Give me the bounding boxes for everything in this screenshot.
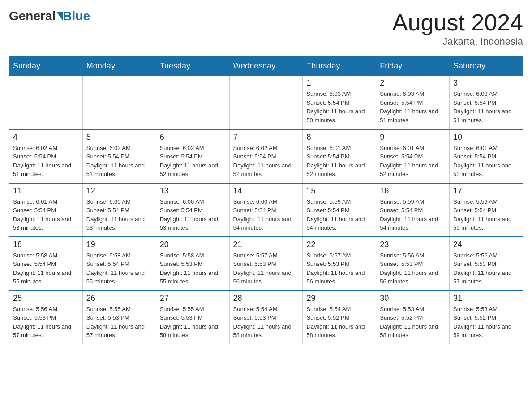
logo-general-text: General <box>9 9 56 23</box>
month-title: August 2024 <box>392 9 523 36</box>
day-number: 19 <box>86 240 152 249</box>
calendar-cell: 27Sunrise: 5:55 AMSunset: 5:53 PMDayligh… <box>156 291 229 344</box>
day-number: 26 <box>86 294 152 303</box>
calendar-cell: 13Sunrise: 6:00 AMSunset: 5:54 PMDayligh… <box>156 183 229 237</box>
day-info: Sunrise: 6:03 AMSunset: 5:54 PMDaylight:… <box>380 90 446 124</box>
day-info: Sunrise: 5:56 AMSunset: 5:53 PMDaylight:… <box>13 305 79 340</box>
calendar-cell: 5Sunrise: 6:02 AMSunset: 5:54 PMDaylight… <box>82 129 156 183</box>
day-number: 29 <box>306 294 372 303</box>
calendar-cell: 28Sunrise: 5:54 AMSunset: 5:53 PMDayligh… <box>229 291 303 344</box>
calendar-cell: 7Sunrise: 6:02 AMSunset: 5:54 PMDaylight… <box>229 129 303 183</box>
calendar-cell: 14Sunrise: 6:00 AMSunset: 5:54 PMDayligh… <box>229 183 303 237</box>
calendar-cell: 2Sunrise: 6:03 AMSunset: 5:54 PMDaylight… <box>376 76 450 129</box>
day-number: 18 <box>13 240 79 249</box>
calendar-cell: 19Sunrise: 5:58 AMSunset: 5:54 PMDayligh… <box>82 237 156 291</box>
calendar-cell: 26Sunrise: 5:55 AMSunset: 5:53 PMDayligh… <box>82 291 156 344</box>
day-info: Sunrise: 6:01 AMSunset: 5:54 PMDaylight:… <box>453 144 519 179</box>
calendar-cell: 11Sunrise: 6:01 AMSunset: 5:54 PMDayligh… <box>9 183 83 237</box>
day-info: Sunrise: 6:01 AMSunset: 5:54 PMDaylight:… <box>306 144 372 179</box>
weekday-header-row: SundayMondayTuesdayWednesdayThursdayFrid… <box>9 57 523 76</box>
calendar-cell <box>82 76 156 129</box>
day-number: 7 <box>233 133 299 142</box>
day-number: 30 <box>380 294 446 303</box>
day-number: 6 <box>160 133 226 142</box>
weekday-header-thursday: Thursday <box>303 57 376 76</box>
day-info: Sunrise: 5:59 AMSunset: 5:54 PMDaylight:… <box>380 197 446 232</box>
day-number: 17 <box>453 186 519 196</box>
calendar-cell <box>229 76 303 129</box>
day-info: Sunrise: 5:56 AMSunset: 5:53 PMDaylight:… <box>380 251 446 286</box>
day-info: Sunrise: 6:00 AMSunset: 5:54 PMDaylight:… <box>233 197 299 232</box>
day-number: 20 <box>160 240 226 249</box>
day-number: 10 <box>453 133 519 142</box>
calendar-cell: 24Sunrise: 5:56 AMSunset: 5:53 PMDayligh… <box>450 237 523 291</box>
location: Jakarta, Indonesia <box>392 36 523 47</box>
day-number: 5 <box>86 133 152 142</box>
calendar-cell: 31Sunrise: 5:53 AMSunset: 5:52 PMDayligh… <box>450 291 523 344</box>
day-number: 24 <box>453 240 519 249</box>
day-info: Sunrise: 5:58 AMSunset: 5:53 PMDaylight:… <box>160 251 226 286</box>
day-number: 27 <box>160 294 226 303</box>
calendar-cell: 1Sunrise: 6:03 AMSunset: 5:54 PMDaylight… <box>303 76 376 129</box>
day-number: 28 <box>233 294 299 303</box>
calendar-week-row: 4Sunrise: 6:02 AMSunset: 5:54 PMDaylight… <box>9 129 523 183</box>
calendar-cell: 23Sunrise: 5:56 AMSunset: 5:53 PMDayligh… <box>376 237 450 291</box>
day-info: Sunrise: 6:00 AMSunset: 5:54 PMDaylight:… <box>160 197 226 232</box>
calendar-cell: 12Sunrise: 6:00 AMSunset: 5:54 PMDayligh… <box>82 183 156 237</box>
weekday-header-sunday: Sunday <box>9 57 83 76</box>
day-info: Sunrise: 6:01 AMSunset: 5:54 PMDaylight:… <box>13 197 79 232</box>
calendar-cell <box>156 76 229 129</box>
day-info: Sunrise: 6:01 AMSunset: 5:54 PMDaylight:… <box>380 144 446 179</box>
calendar-cell: 29Sunrise: 5:54 AMSunset: 5:52 PMDayligh… <box>303 291 376 344</box>
calendar-cell: 10Sunrise: 6:01 AMSunset: 5:54 PMDayligh… <box>450 129 523 183</box>
calendar-cell: 15Sunrise: 5:59 AMSunset: 5:54 PMDayligh… <box>303 183 376 237</box>
day-info: Sunrise: 5:56 AMSunset: 5:53 PMDaylight:… <box>453 251 519 286</box>
calendar-cell: 6Sunrise: 6:02 AMSunset: 5:54 PMDaylight… <box>156 129 229 183</box>
day-info: Sunrise: 5:55 AMSunset: 5:53 PMDaylight:… <box>160 305 226 340</box>
day-info: Sunrise: 5:57 AMSunset: 5:53 PMDaylight:… <box>233 251 299 286</box>
calendar-cell: 17Sunrise: 5:59 AMSunset: 5:54 PMDayligh… <box>450 183 523 237</box>
weekday-header-saturday: Saturday <box>450 57 523 76</box>
page-header: General Blue August 2024 Jakarta, Indone… <box>9 9 523 47</box>
logo: General Blue <box>9 9 90 23</box>
day-info: Sunrise: 5:55 AMSunset: 5:53 PMDaylight:… <box>86 305 152 340</box>
day-number: 21 <box>233 240 299 249</box>
day-number: 4 <box>13 133 79 142</box>
title-block: August 2024 Jakarta, Indonesia <box>392 9 523 47</box>
day-info: Sunrise: 6:02 AMSunset: 5:54 PMDaylight:… <box>13 144 79 179</box>
weekday-header-monday: Monday <box>82 57 156 76</box>
day-number: 2 <box>380 78 446 88</box>
day-number: 1 <box>306 78 372 88</box>
day-info: Sunrise: 6:03 AMSunset: 5:54 PMDaylight:… <box>453 90 519 124</box>
day-number: 25 <box>13 294 79 303</box>
day-info: Sunrise: 6:00 AMSunset: 5:54 PMDaylight:… <box>86 197 152 232</box>
calendar-week-row: 18Sunrise: 5:58 AMSunset: 5:54 PMDayligh… <box>9 237 523 291</box>
day-info: Sunrise: 5:59 AMSunset: 5:54 PMDaylight:… <box>306 197 372 232</box>
logo-triangle-icon <box>56 12 63 21</box>
calendar-cell: 22Sunrise: 5:57 AMSunset: 5:53 PMDayligh… <box>303 237 376 291</box>
calendar-cell: 20Sunrise: 5:58 AMSunset: 5:53 PMDayligh… <box>156 237 229 291</box>
day-info: Sunrise: 6:03 AMSunset: 5:54 PMDaylight:… <box>306 90 372 124</box>
day-number: 11 <box>13 186 79 196</box>
day-number: 31 <box>453 294 519 303</box>
calendar-week-row: 25Sunrise: 5:56 AMSunset: 5:53 PMDayligh… <box>9 291 523 344</box>
day-number: 15 <box>306 186 372 196</box>
day-info: Sunrise: 5:53 AMSunset: 5:52 PMDaylight:… <box>380 305 446 340</box>
calendar-cell: 9Sunrise: 6:01 AMSunset: 5:54 PMDaylight… <box>376 129 450 183</box>
day-info: Sunrise: 5:53 AMSunset: 5:52 PMDaylight:… <box>453 305 519 340</box>
calendar-cell <box>9 76 83 129</box>
day-info: Sunrise: 6:02 AMSunset: 5:54 PMDaylight:… <box>86 144 152 179</box>
weekday-header-wednesday: Wednesday <box>229 57 303 76</box>
day-info: Sunrise: 5:57 AMSunset: 5:53 PMDaylight:… <box>306 251 372 286</box>
day-number: 23 <box>380 240 446 249</box>
calendar-cell: 18Sunrise: 5:58 AMSunset: 5:54 PMDayligh… <box>9 237 83 291</box>
day-info: Sunrise: 5:54 AMSunset: 5:52 PMDaylight:… <box>306 305 372 340</box>
day-info: Sunrise: 5:58 AMSunset: 5:54 PMDaylight:… <box>86 251 152 286</box>
day-info: Sunrise: 5:54 AMSunset: 5:53 PMDaylight:… <box>233 305 299 340</box>
day-number: 22 <box>306 240 372 249</box>
weekday-header-tuesday: Tuesday <box>156 57 229 76</box>
calendar-cell: 30Sunrise: 5:53 AMSunset: 5:52 PMDayligh… <box>376 291 450 344</box>
day-info: Sunrise: 6:02 AMSunset: 5:54 PMDaylight:… <box>233 144 299 179</box>
day-number: 9 <box>380 133 446 142</box>
day-number: 12 <box>86 186 152 196</box>
